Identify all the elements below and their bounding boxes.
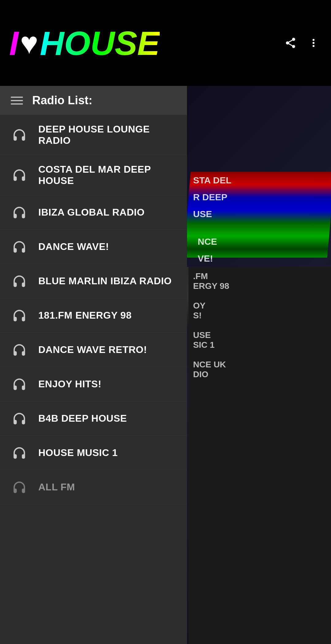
- right-label-s: S!: [193, 311, 326, 320]
- right-label-dance: NCE: [193, 233, 222, 250]
- right-label-fm: .FM: [193, 271, 326, 281]
- app-logo: I ♥ HOUSE: [9, 24, 160, 63]
- header-actions: [282, 35, 322, 52]
- right-label-1: STA DEL: [188, 172, 331, 189]
- headphone-icon: [11, 341, 28, 358]
- hamburger-line-1: [11, 97, 23, 98]
- radio-drawer: Radio List: DEEP HOUSE LOUNGE RADIO COST…: [0, 86, 187, 644]
- radio-station-name: HOUSE MUSIC 1: [38, 447, 118, 458]
- hamburger-line-3: [11, 103, 23, 105]
- logo-heart: ♥: [20, 25, 38, 61]
- radio-station-name: IBIZA GLOBAL RADIO: [38, 207, 145, 218]
- radio-station-name: DANCE WAVE!: [38, 241, 109, 252]
- logo-i: I: [9, 24, 19, 63]
- headphone-icon: [11, 127, 28, 144]
- list-item[interactable]: ENJOY HITS!: [0, 367, 187, 401]
- list-item[interactable]: BLUE MARLIN IBIZA RADIO: [0, 264, 187, 298]
- radio-station-name: ENJOY HITS!: [38, 378, 101, 390]
- list-item[interactable]: DANCE WAVE RETRO!: [0, 333, 187, 367]
- hamburger-menu-button[interactable]: [11, 97, 23, 105]
- radio-station-name: 181.FM ENERGY 98: [38, 310, 131, 321]
- headphone-icon: [11, 204, 28, 221]
- right-label-energy: ERGY 98: [193, 281, 326, 291]
- right-label-oy: OY: [193, 301, 326, 311]
- headphone-icon: [11, 444, 28, 461]
- list-item[interactable]: HOUSE MUSIC 1: [0, 436, 187, 470]
- more-options-button[interactable]: [305, 35, 322, 52]
- radio-station-name: ALL FM: [38, 481, 75, 493]
- list-item[interactable]: 181.FM ENERGY 98: [0, 298, 187, 333]
- radio-station-name: B4B DEEP HOUSE: [38, 413, 127, 424]
- right-label-3: USE: [188, 205, 331, 222]
- drawer-header: Radio List:: [0, 86, 187, 115]
- app-header: I ♥ HOUSE: [0, 0, 331, 86]
- share-button[interactable]: [282, 35, 299, 52]
- headphone-icon: [11, 273, 28, 289]
- radio-station-name: DANCE WAVE RETRO!: [38, 344, 147, 355]
- headphone-icon: [11, 410, 28, 427]
- radio-station-name: COSTA DEL MAR DEEP HOUSE: [38, 164, 176, 186]
- list-item[interactable]: DANCE WAVE!: [0, 230, 187, 264]
- right-label-wave: VE!: [193, 250, 222, 267]
- headphone-icon: [11, 238, 28, 255]
- list-item[interactable]: B4B DEEP HOUSE: [0, 401, 187, 436]
- headphone-icon: [11, 376, 28, 393]
- right-label-dio: DIO: [193, 370, 326, 379]
- radio-list: DEEP HOUSE LOUNGE RADIO COSTA DEL MAR DE…: [0, 115, 187, 504]
- hamburger-line-2: [11, 100, 23, 101]
- list-item[interactable]: COSTA DEL MAR DEEP HOUSE: [0, 155, 187, 195]
- logo-house: HOUSE: [40, 24, 160, 63]
- list-item[interactable]: ALL FM: [0, 470, 187, 504]
- drawer-title: Radio List:: [32, 94, 92, 107]
- radio-station-name: BLUE MARLIN IBIZA RADIO: [38, 275, 172, 287]
- right-label-2: R DEEP: [188, 189, 331, 205]
- radio-station-name: DEEP HOUSE LOUNGE RADIO: [38, 124, 176, 146]
- headphone-icon: [11, 167, 28, 184]
- list-item[interactable]: DEEP HOUSE LOUNGE RADIO: [0, 115, 187, 155]
- right-lower-labels: .FM ERGY 98 OY S! USE SIC 1 NCE UK DIO: [188, 267, 331, 384]
- right-label-use: USE: [193, 330, 326, 340]
- headphone-icon: [11, 307, 28, 324]
- right-station-labels: STA DEL R DEEP USE: [188, 172, 331, 222]
- right-label-nce: NCE UK: [193, 360, 326, 370]
- headphone-icon: [11, 479, 28, 496]
- list-item[interactable]: IBIZA GLOBAL RADIO: [0, 195, 187, 230]
- right-label-sic: SIC 1: [193, 340, 326, 350]
